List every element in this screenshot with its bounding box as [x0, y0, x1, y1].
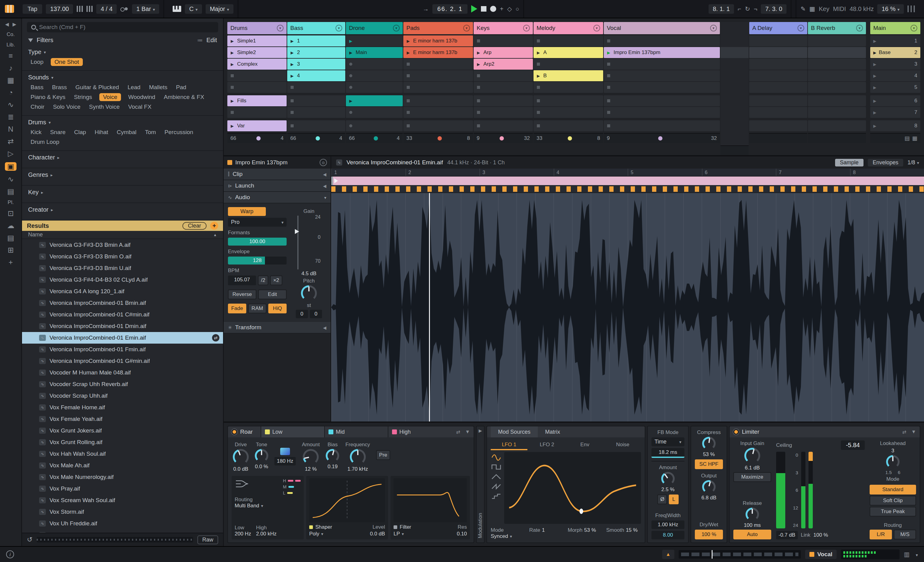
clip-slot[interactable] — [287, 120, 345, 131]
info-icon[interactable]: i — [6, 550, 14, 558]
clip-slot[interactable] — [534, 58, 603, 70]
device-on-toggle[interactable] — [232, 429, 237, 435]
bias-knob[interactable] — [326, 449, 339, 462]
hot-swap-icon[interactable]: ⇄ — [456, 429, 460, 435]
band-tab[interactable]: High — [388, 426, 451, 438]
rate-value[interactable]: 1 — [542, 527, 544, 533]
formants-slider[interactable]: 100.00 — [228, 238, 286, 246]
list-item[interactable]: Veronica G3-F#3-D3 Bmin A.aif ⇄ — [36, 239, 223, 251]
amount-knob[interactable] — [303, 449, 319, 465]
filter-curve-display[interactable] — [393, 478, 467, 522]
clip-launch-icon[interactable] — [230, 39, 235, 43]
clip-launch-icon[interactable] — [348, 86, 353, 89]
lookahead-value[interactable]: 3 — [891, 448, 894, 454]
list-item[interactable]: Veronica G3-F#3-D3 Bmin U.aif ⇄ — [36, 262, 223, 274]
clip-launch-icon[interactable] — [606, 74, 611, 77]
filter-chip[interactable]: Voice — [99, 93, 121, 101]
filter-chip[interactable]: Brass — [51, 83, 68, 91]
drive-value[interactable]: 0.0 dB — [233, 466, 248, 472]
beat-time-ruler[interactable]: 12345678 — [331, 169, 924, 177]
release-knob[interactable] — [746, 508, 759, 521]
scene-slot[interactable]: ▶ Base 2 — [870, 47, 920, 58]
clip-slot[interactable] — [346, 82, 403, 93]
stop-button[interactable] — [481, 6, 486, 12]
list-item[interactable]: Veronica ImproCombined-01 Fmin.aif ⇄ — [36, 344, 223, 355]
tone-value[interactable]: 0.0 % — [255, 464, 268, 470]
clip-launch-icon[interactable] — [348, 111, 353, 114]
compress-knob[interactable] — [702, 437, 716, 450]
return-slot[interactable] — [749, 47, 807, 58]
rail-icon[interactable]: ☁ — [7, 222, 14, 229]
clip-slot[interactable] — [474, 36, 533, 46]
scene-play-icon[interactable]: ▶ — [873, 85, 876, 90]
loop-brace[interactable] — [331, 177, 924, 185]
clip-slot[interactable] — [534, 95, 603, 106]
lfo-curve-display[interactable] — [504, 452, 641, 524]
clip-slot[interactable]: E minor harm 137b — [404, 47, 473, 58]
tempo-display[interactable]: 137.00 — [46, 4, 73, 14]
filter-section-header[interactable]: Type ▾ — [28, 47, 217, 57]
list-item[interactable]: Veronica ImproCombined-01 C#min.aif ⇄ — [36, 309, 223, 321]
filter-chip[interactable]: Kick — [29, 128, 43, 136]
clip-launch-icon[interactable] — [290, 86, 294, 89]
return-track-header[interactable]: B Reverb ▾ — [808, 22, 866, 34]
band-tab[interactable]: Mid — [324, 426, 388, 438]
main-track-header[interactable]: Main ▾ — [870, 22, 920, 34]
clip-slot[interactable] — [404, 120, 473, 131]
clip-slot[interactable] — [534, 107, 603, 118]
return-slot[interactable] — [808, 36, 866, 46]
automation-arm-icon[interactable]: ◇ — [507, 5, 512, 12]
play-button[interactable] — [471, 5, 477, 12]
clip-launch-icon[interactable] — [406, 74, 411, 77]
collapse-left-icon[interactable] — [323, 324, 326, 331]
return-slot[interactable] — [749, 58, 807, 70]
input-gain-value[interactable]: 6.1 dB — [745, 465, 760, 471]
output-knob[interactable] — [702, 480, 716, 494]
drive-knob[interactable] — [233, 449, 249, 465]
lfo-tab[interactable]: Env — [567, 441, 603, 450]
clip-launch-icon[interactable] — [406, 99, 411, 102]
tab-sample[interactable]: Sample — [835, 159, 864, 166]
chevron-down-icon[interactable] — [322, 194, 326, 201]
fb-freq-value[interactable]: 1.00 kHz — [651, 520, 684, 529]
loop-toggle-icon[interactable]: ↻ — [745, 5, 750, 12]
track-fold-icon[interactable]: ▾ — [393, 25, 400, 31]
tab-mod-sources[interactable]: Mod Sources — [491, 426, 538, 438]
clip-launch-icon[interactable] — [230, 74, 235, 77]
search-box[interactable] — [27, 22, 218, 32]
return-slot[interactable] — [808, 70, 866, 81]
return-slot[interactable] — [808, 95, 866, 106]
fb-width-value[interactable]: 8.00 — [651, 531, 684, 540]
track-fold-icon[interactable]: ▾ — [336, 25, 342, 31]
filter-chip[interactable]: Woodwind — [127, 93, 156, 101]
scene-slot[interactable]: ▶ 3 — [870, 58, 920, 70]
low-crossover-value[interactable]: 200 Hz — [235, 531, 251, 537]
track-fold-icon[interactable]: ▾ — [710, 25, 717, 31]
transform-section-header[interactable]: ✳ Transform — [224, 322, 331, 334]
bpm-halve-button[interactable]: /2 — [258, 276, 268, 285]
square-shape-icon[interactable] — [491, 464, 501, 471]
filter-section-header[interactable]: Sounds ▾ — [28, 72, 217, 83]
tab-envelopes[interactable]: Envelopes — [868, 159, 903, 166]
quantization-menu[interactable]: 1 Bar — [132, 4, 159, 14]
clip-slot[interactable]: Var — [227, 120, 286, 131]
return-slot[interactable] — [808, 120, 866, 131]
filter-chip[interactable]: Lead — [126, 83, 141, 91]
playhead[interactable] — [429, 193, 430, 421]
rail-icon[interactable]: ≡ — [9, 52, 13, 60]
tab-matrix[interactable]: Matrix — [538, 426, 567, 438]
list-item[interactable]: Veronica G3-F#4-D4-B3 02 CLyd A.aif ⇄ — [36, 274, 223, 286]
clip-launch-icon[interactable] — [290, 124, 294, 127]
fade-toggle[interactable]: Fade — [228, 304, 246, 313]
clip-launch-icon[interactable] — [536, 63, 541, 66]
clip-slot[interactable] — [346, 70, 403, 81]
auto-release-toggle[interactable]: Auto — [734, 530, 771, 540]
return-slot[interactable] — [749, 82, 807, 93]
collapse-left-icon[interactable] — [323, 171, 326, 177]
track-fold-icon[interactable]: ▾ — [798, 25, 804, 31]
filter-chip[interactable]: Percussion — [163, 128, 194, 136]
rail-icon[interactable]: ∿ — [8, 175, 14, 183]
collections-label[interactable]: Co. — [7, 31, 15, 37]
filter-section-header[interactable]: Key ▸ — [28, 187, 217, 198]
pre-toggle[interactable]: Pre — [376, 450, 390, 460]
